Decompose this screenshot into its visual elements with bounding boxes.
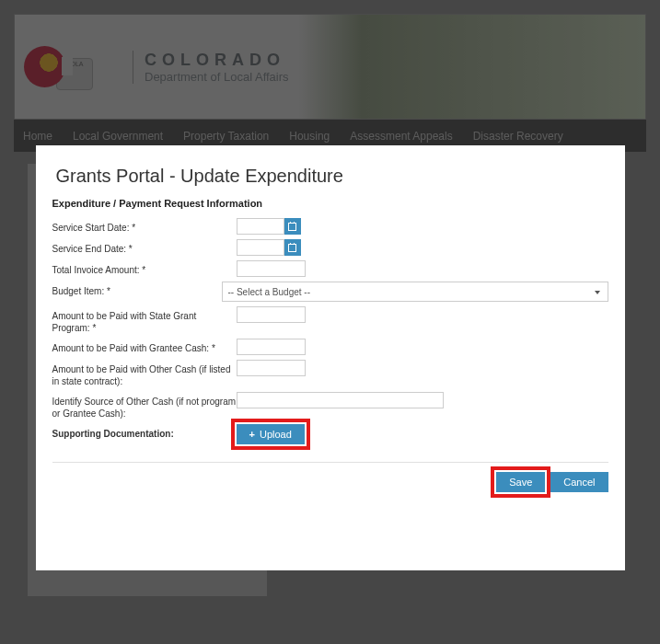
upload-button[interactable]: + Upload bbox=[237, 424, 305, 444]
label-identify-source: Identify Source of Other Cash (if not pr… bbox=[52, 392, 237, 420]
budget-item-select[interactable]: -- Select a Budget -- bbox=[222, 282, 608, 302]
service-start-date-picker-button[interactable] bbox=[284, 218, 301, 235]
amount-other-cash-input[interactable] bbox=[237, 360, 306, 376]
service-end-date-picker-button[interactable] bbox=[284, 239, 301, 256]
modal-footer: Save Cancel bbox=[52, 472, 608, 492]
identify-source-input[interactable] bbox=[237, 392, 444, 408]
plus-icon: + bbox=[249, 429, 255, 440]
modal-overlay: Grants Portal - Update Expenditure Expen… bbox=[0, 0, 660, 644]
label-total-invoice: Total Invoice Amount: * bbox=[52, 260, 237, 276]
upload-button-label: Upload bbox=[260, 429, 292, 440]
label-amount-other: Amount to be Paid with Other Cash (if li… bbox=[52, 360, 237, 387]
service-end-date-input[interactable] bbox=[237, 239, 284, 256]
label-supporting-doc: Supporting Documentation: bbox=[52, 424, 237, 440]
section-title: Expenditure / Payment Request Informatio… bbox=[52, 198, 608, 209]
modal-title: Grants Portal - Update Expenditure bbox=[56, 166, 608, 187]
calendar-icon bbox=[288, 223, 296, 231]
service-start-date-input[interactable] bbox=[237, 218, 284, 235]
label-amount-grantee: Amount to be Paid with Grantee Cash: * bbox=[52, 339, 237, 354]
modal-update-expenditure: Grants Portal - Update Expenditure Expen… bbox=[36, 145, 625, 570]
amount-state-grant-input[interactable] bbox=[237, 306, 306, 323]
label-service-start: Service Start Date: * bbox=[52, 218, 237, 234]
save-button[interactable]: Save bbox=[496, 472, 545, 492]
amount-grantee-cash-input[interactable] bbox=[237, 339, 306, 355]
label-service-end: Service End Date: * bbox=[52, 239, 237, 255]
calendar-icon bbox=[288, 244, 296, 252]
budget-item-selected: -- Select a Budget -- bbox=[228, 287, 310, 297]
cancel-button[interactable]: Cancel bbox=[550, 472, 608, 492]
divider bbox=[52, 462, 608, 463]
total-invoice-amount-input[interactable] bbox=[237, 260, 306, 277]
label-budget-item: Budget Item: * bbox=[52, 282, 222, 297]
save-button-label: Save bbox=[509, 477, 532, 488]
label-amount-state: Amount to be Paid with State Grant Progr… bbox=[52, 306, 237, 334]
cancel-button-label: Cancel bbox=[563, 477, 595, 488]
